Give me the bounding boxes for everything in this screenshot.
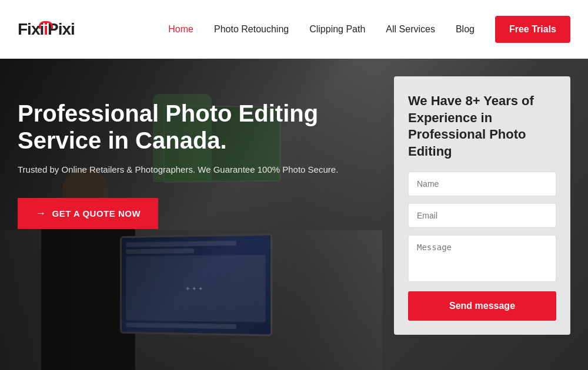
logo-arc: i (44, 20, 48, 39)
logo-text-pixi: Pixi (48, 20, 75, 38)
send-message-button[interactable]: Send message (408, 291, 556, 321)
cta-label: GET A QUOTE NOW (52, 208, 141, 218)
message-textarea[interactable] (408, 235, 556, 282)
navigation: Home Photo Retouching Clipping Path All … (168, 16, 570, 43)
name-input[interactable] (408, 171, 556, 196)
email-input[interactable] (408, 203, 556, 228)
free-trials-button[interactable]: Free Trials (495, 16, 570, 43)
nav-clipping-path[interactable]: Clipping Path (309, 24, 365, 35)
hero-subtitle: Trusted by Online Retailers & Photograph… (18, 164, 359, 174)
cta-arrow-icon: → (35, 207, 46, 220)
nav-home[interactable]: Home (168, 24, 193, 35)
header: FixiiPixi Home Photo Retouching Clipping… (0, 0, 588, 59)
nav-photo-retouching[interactable]: Photo Retouching (214, 24, 289, 35)
nav-all-services[interactable]: All Services (386, 24, 435, 35)
hero-section: ✦ ✦ ✦ Professional Photo Editing Service… (0, 59, 588, 370)
form-title: We Have 8+ Years of Experience in Profes… (408, 93, 556, 160)
hero-text-block: Professional Photo Editing Service in Ca… (18, 100, 359, 229)
nav-blog[interactable]: Blog (456, 24, 475, 35)
logo[interactable]: FixiiPixi (18, 20, 75, 39)
get-quote-button[interactable]: → GET A QUOTE NOW (18, 198, 158, 229)
hero-title: Professional Photo Editing Service in Ca… (18, 100, 359, 154)
contact-form-panel: We Have 8+ Years of Experience in Profes… (394, 76, 570, 335)
